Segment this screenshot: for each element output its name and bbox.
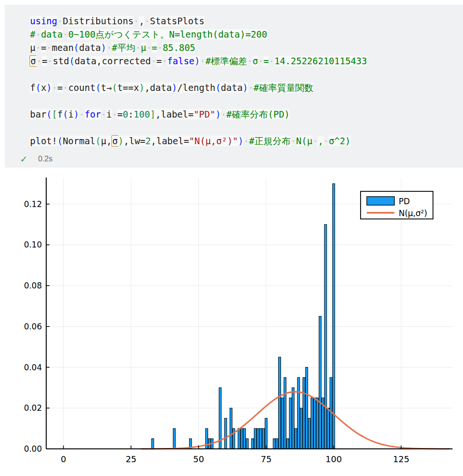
bar: [319, 316, 322, 449]
code-line: using·Distributions·,·StatsPlots: [30, 14, 458, 28]
bar: [279, 357, 281, 449]
bar: [273, 439, 275, 449]
x-axis: 0255075100125: [46, 446, 453, 464]
x-tick-label: 50: [193, 454, 204, 464]
code-line: [30, 94, 458, 108]
bar: [232, 428, 235, 449]
code-line: plot!(Normal(μ,σ),lw=2,label="N(μ,σ²)")·…: [30, 134, 458, 148]
bar: [292, 387, 294, 449]
bar: [151, 439, 154, 449]
bar: [289, 398, 292, 449]
cell-status-bar: ✓ 0.2s: [5, 150, 463, 168]
bar: [238, 428, 241, 449]
code-line: [30, 121, 458, 134]
y-tick-label: 0.12: [24, 199, 42, 209]
bar: [262, 428, 265, 449]
success-check-icon: ✓: [20, 154, 28, 165]
y-tick-label: 0.00: [24, 444, 42, 454]
x-tick-label: 125: [393, 454, 409, 464]
code-line: f(x)·=·count(t→(t==x),data)/length(data)…: [30, 81, 458, 94]
bar: [305, 367, 308, 449]
bar: [205, 428, 208, 449]
bar: [252, 439, 254, 449]
legend-label: PD: [399, 197, 410, 206]
bar: [332, 184, 335, 449]
code-line: μ·=·mean(data)·#平均·μ·=·85.805: [30, 41, 458, 54]
bar: [297, 377, 300, 449]
bar: [260, 428, 262, 449]
y-axis: 0.000.020.040.060.080.100.12: [24, 178, 50, 454]
bar: [327, 408, 330, 449]
bar: [311, 398, 313, 449]
bar: [246, 439, 249, 449]
bar: [287, 439, 289, 449]
x-tick-label: 100: [325, 454, 342, 464]
plot-output: 0.000.020.040.060.080.100.12025507510012…: [0, 168, 463, 476]
bar: [324, 225, 327, 449]
bar: [284, 377, 286, 449]
bar: [224, 418, 227, 449]
y-tick-label: 0.04: [24, 363, 42, 372]
bar: [265, 418, 267, 449]
bar: [281, 398, 283, 449]
legend: PDN(μ,σ²): [361, 191, 433, 219]
bar: [308, 418, 311, 449]
distribution-chart: 0.000.020.040.060.080.100.12025507510012…: [0, 168, 463, 476]
bar: [276, 439, 278, 449]
legend-bar-swatch: [367, 197, 394, 205]
bar: [257, 428, 259, 449]
code-editor[interactable]: using·Distributions·,·StatsPlots#·data·0…: [30, 14, 458, 148]
execution-duration: 0.2s: [38, 155, 52, 163]
bar: [316, 398, 319, 449]
code-line: #·data·0~100点がつくテスト。N=length(data)=200: [30, 28, 458, 41]
y-tick-label: 0.08: [24, 281, 42, 290]
bar: [241, 428, 243, 449]
legend-label: N(μ,σ²): [399, 208, 427, 218]
y-tick-label: 0.02: [24, 403, 42, 413]
bar: [300, 408, 302, 449]
bar: [313, 398, 316, 449]
x-tick-label: 0: [61, 454, 66, 464]
y-tick-label: 0.06: [24, 322, 42, 331]
bar: [254, 428, 257, 449]
bar: [303, 377, 305, 449]
code-cell: using·Distributions·,·StatsPlots#·data·0…: [5, 5, 463, 168]
bars-series: [151, 184, 335, 449]
bar: [243, 428, 246, 449]
code-line: σ·=·std(data,corrected·=·false)·#標準偏差·σ·…: [30, 54, 458, 68]
code-line: bar([f(i)·for·i·=0:100],label="PD")·#確率分…: [30, 108, 458, 121]
code-line: [30, 68, 458, 81]
bar: [230, 408, 232, 449]
bar: [295, 428, 297, 449]
x-tick-label: 25: [126, 454, 137, 464]
bar: [173, 428, 175, 449]
y-tick-label: 0.10: [24, 240, 42, 249]
x-tick-label: 75: [261, 454, 272, 464]
